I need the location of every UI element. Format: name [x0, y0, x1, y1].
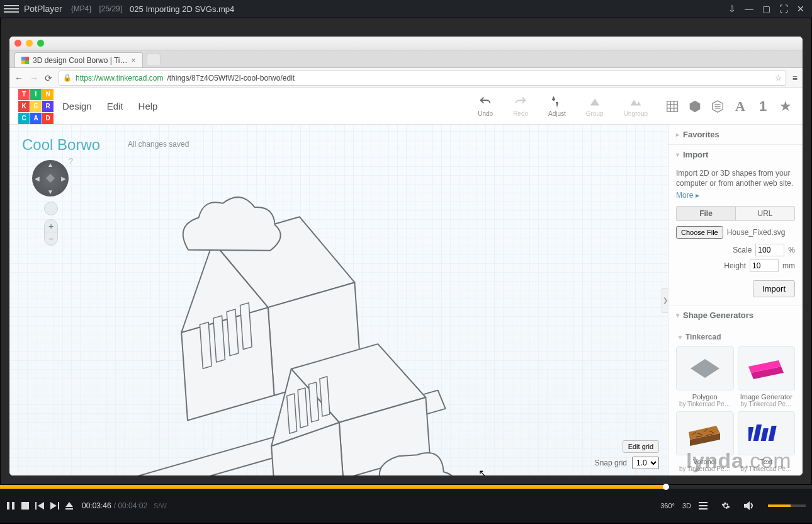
- import-tab-url[interactable]: URL: [735, 206, 795, 221]
- imported-svg-model[interactable]: [70, 156, 471, 476]
- shapegen-sub-tinkercad[interactable]: Tinkercad: [676, 329, 795, 343]
- fit-view-button[interactable]: [44, 202, 58, 215]
- workplane-icon[interactable]: [664, 98, 680, 115]
- seek-bar[interactable]: [0, 485, 812, 489]
- shape-text[interactable]: Textby Tinkercad Pe…: [738, 411, 796, 472]
- shape-image-generator[interactable]: Image Generatorby Tinkercad Pe…: [738, 346, 796, 407]
- svg-marker-36: [744, 501, 750, 510]
- minimize-icon[interactable]: —: [745, 4, 753, 14]
- render-mode[interactable]: S/W: [154, 502, 167, 510]
- playlist-icon[interactable]: [699, 502, 708, 510]
- svg-rect-30: [35, 502, 37, 510]
- prev-button[interactable]: [35, 502, 44, 510]
- volume-icon[interactable]: [744, 501, 754, 510]
- mac-zoom-icon[interactable]: [37, 40, 44, 47]
- volume-slider[interactable]: [768, 504, 806, 507]
- favorites-star-icon[interactable]: ★: [777, 98, 794, 115]
- shape-polygon[interactable]: Polygonby Tinkercad Pe…: [676, 346, 734, 407]
- playlist-position: [25/29]: [99, 4, 122, 13]
- snap-grid-select[interactable]: 1.0: [632, 457, 659, 469]
- adjust-button[interactable]: Adjust: [548, 95, 566, 117]
- section-shape-generators[interactable]: Shape Generators: [668, 305, 803, 325]
- zoom-in-button[interactable]: +: [45, 220, 57, 232]
- height-label: Height: [724, 261, 746, 270]
- player-name: PotPlayer: [24, 4, 62, 14]
- back-icon[interactable]: ←: [14, 73, 23, 83]
- import-more-link[interactable]: More ▸: [676, 191, 699, 200]
- menu-help[interactable]: Help: [138, 101, 158, 111]
- edit-grid-button[interactable]: Edit grid: [623, 440, 659, 453]
- tinkercad-logo-icon[interactable]: TIN KER CAD: [18, 89, 54, 124]
- browser-tab[interactable]: 3D design Cool Borwo | Ti… ×: [14, 52, 143, 67]
- canvas-3d[interactable]: Cool Borwo All changes saved ? ▲▼◀▶ + −: [9, 125, 668, 476]
- view-orbit-control[interactable]: ▲▼◀▶: [32, 160, 69, 196]
- zoom-out-button[interactable]: −: [45, 232, 57, 245]
- svg-rect-25: [761, 428, 769, 441]
- seek-fill: [0, 485, 666, 489]
- section-favorites[interactable]: Favorites: [668, 125, 803, 144]
- reload-icon[interactable]: ⟳: [45, 73, 52, 83]
- choose-file-button[interactable]: Choose File: [676, 226, 723, 239]
- video-surface[interactable]: 3D design Cool Borwo | Ti… × ← → ⟳ 🔒 htt…: [0, 18, 812, 485]
- redo-button[interactable]: Redo: [513, 95, 528, 117]
- cursor-icon: ↖: [478, 467, 487, 476]
- section-import[interactable]: Import: [668, 145, 803, 164]
- solid-view-icon[interactable]: [687, 98, 703, 115]
- menu-design[interactable]: Design: [62, 101, 92, 111]
- tab-favicon-icon: [21, 57, 29, 64]
- time-current: 00:03:46: [82, 501, 111, 510]
- svg-rect-35: [65, 508, 73, 510]
- chosen-filename: House_Fixed.svg: [727, 228, 786, 237]
- next-button[interactable]: [50, 502, 59, 510]
- menu-icon[interactable]: [4, 3, 19, 14]
- project-title[interactable]: Cool Borwo: [22, 136, 100, 154]
- vr360-button[interactable]: 360°: [660, 502, 675, 510]
- forward-icon[interactable]: →: [30, 73, 38, 83]
- lock-icon: 🔒: [63, 74, 72, 82]
- browser-window: 3D design Cool Borwo | Ti… × ← → ⟳ 🔒 htt…: [9, 37, 803, 476]
- save-status: All changes saved: [128, 140, 189, 149]
- svg-rect-26: [769, 426, 777, 441]
- mac-minimize-icon[interactable]: [26, 40, 33, 47]
- group-button[interactable]: Group: [586, 95, 604, 117]
- 3d-button[interactable]: 3D: [682, 502, 691, 510]
- open-button[interactable]: [65, 502, 73, 510]
- import-tab-file[interactable]: File: [676, 206, 735, 221]
- panel-collapse-icon[interactable]: ❯: [662, 288, 668, 313]
- import-button[interactable]: Import: [753, 280, 795, 297]
- close-icon[interactable]: ✕: [797, 4, 804, 14]
- undo-button[interactable]: Undo: [478, 95, 493, 117]
- svg-rect-28: [12, 502, 14, 510]
- pin-icon[interactable]: ⇩: [728, 4, 736, 14]
- hole-view-icon[interactable]: [709, 98, 726, 115]
- bookmark-star-icon[interactable]: ☆: [775, 74, 782, 83]
- seek-thumb[interactable]: [663, 484, 669, 490]
- zoom-control: + −: [44, 219, 58, 246]
- menu-edit[interactable]: Edit: [107, 101, 123, 111]
- tab-close-icon[interactable]: ×: [132, 56, 136, 65]
- ungroup-button[interactable]: Ungroup: [624, 95, 648, 117]
- media-filename: 025 Importing 2D SVGs.mp4: [130, 4, 234, 14]
- svg-marker-31: [38, 502, 44, 510]
- address-bar[interactable]: 🔒 https://www.tinkercad.com/things/8Tz4O…: [59, 71, 786, 86]
- stop-button[interactable]: [21, 502, 29, 510]
- svg-rect-0: [667, 101, 678, 111]
- help-icon[interactable]: ?: [69, 156, 73, 166]
- scale-input[interactable]: [755, 244, 784, 256]
- play-pause-button[interactable]: [6, 501, 15, 510]
- browser-menu-icon[interactable]: ≡: [792, 73, 798, 83]
- snap-grid-label: Snap grid: [595, 458, 627, 467]
- new-tab-button[interactable]: [147, 54, 161, 66]
- maximize-icon[interactable]: ▢: [762, 4, 770, 14]
- text-a-icon[interactable]: A: [732, 98, 748, 115]
- settings-icon[interactable]: [721, 501, 730, 510]
- url-host: https://www.tinkercad.com: [76, 74, 163, 83]
- fullscreen-icon[interactable]: ⛶: [779, 4, 788, 14]
- text-1-icon[interactable]: 1: [755, 98, 771, 115]
- shape-voronoi[interactable]: Voronoiby Tinkercad Pe…: [676, 411, 734, 472]
- scale-label: Scale: [733, 246, 752, 254]
- height-input[interactable]: [750, 259, 779, 272]
- time-total: / 00:04:02: [114, 501, 147, 510]
- mac-close-icon[interactable]: [14, 40, 21, 47]
- svg-marker-18: [691, 359, 719, 378]
